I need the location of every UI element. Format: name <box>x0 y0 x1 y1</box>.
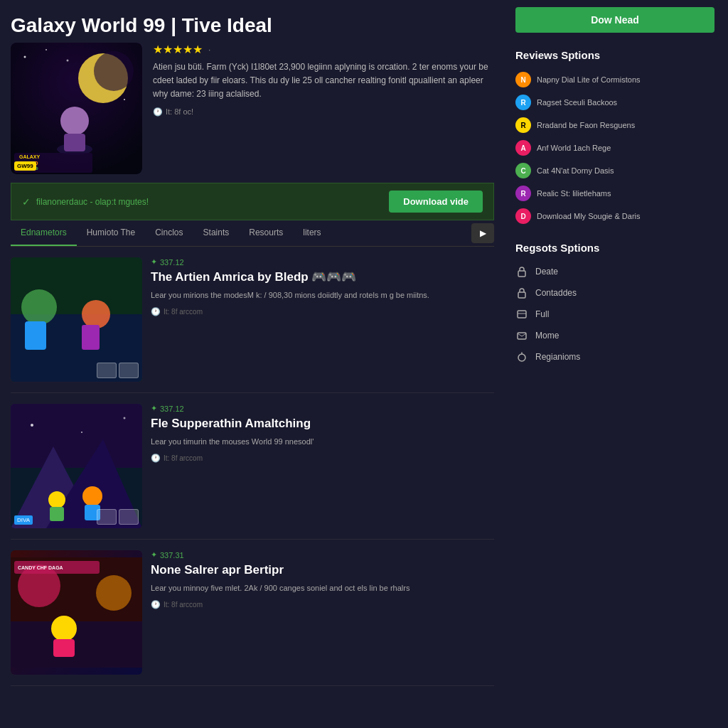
svg-point-6 <box>124 99 125 100</box>
review-item-6[interactable]: D Download Mly Sougie & Daris <box>515 205 714 228</box>
app-info-row: GALAXY WORLD Calteg 99 GW99 ★★★★★ · Atie… <box>11 43 494 174</box>
game-info-2: ✦ 337.12 Fle Supperathin Amaltching Lear… <box>151 404 494 528</box>
game-card-2: DIVA ✦ 337.12 Fle Supperathin Amaltching… <box>11 393 494 540</box>
svg-point-27 <box>48 491 65 508</box>
tab-humioto[interactable]: Humioto The <box>77 220 145 246</box>
download-status: ✓ filanonerdauc - olap:t mgutes! <box>22 196 149 208</box>
tab-resourts[interactable]: Resourts <box>239 220 293 246</box>
svg-rect-9 <box>64 134 85 151</box>
regsots-item-2[interactable]: Full <box>515 304 714 325</box>
svg-rect-40 <box>518 292 525 298</box>
clock-icon: 🕐 <box>153 107 163 117</box>
svg-point-29 <box>82 486 102 506</box>
tab-cinclos[interactable]: Cinclos <box>145 220 193 246</box>
sidebar-download-button[interactable]: Dow Nead <box>515 7 714 33</box>
svg-rect-36 <box>53 639 75 657</box>
review-avatar-5: R <box>515 186 531 201</box>
game-info-3: ✦ 337.31 None Salrer apr Bertipr Lear yo… <box>151 550 494 675</box>
regsots-label-0: Deate <box>535 267 558 277</box>
game-timestamp-2: 🕐 It: 8f arccom <box>151 454 494 463</box>
download-bar: ✓ filanonerdauc - olap:t mgutes! Downloa… <box>11 183 494 220</box>
review-text-5: Realic St: lilietlehams <box>537 188 611 198</box>
game-timestamp-3: 🕐 It: 8f arccom <box>151 600 494 609</box>
svg-rect-28 <box>50 507 64 521</box>
game-thumb-1 <box>11 257 142 382</box>
svg-point-33 <box>96 575 132 611</box>
regsots-item-0[interactable]: Deate <box>515 261 714 282</box>
app-icon: GALAXY WORLD Calteg 99 GW99 <box>11 43 142 174</box>
star-dot: · <box>208 45 210 55</box>
regsots-label-3: Mome <box>535 331 559 341</box>
review-item-1[interactable]: R Ragset Sceuli Backoos <box>515 91 714 114</box>
game-thumb-3: CANDY CHF DAGA <box>11 550 142 675</box>
review-avatar-6: D <box>515 208 531 224</box>
regsots-item-4[interactable]: Regianioms <box>515 346 714 368</box>
review-avatar-4: C <box>515 163 531 178</box>
regsots-item-1[interactable]: Contaddes <box>515 282 714 304</box>
lock-icon-1 <box>515 287 528 299</box>
review-text-1: Ragset Sceuli Backoos <box>537 97 617 107</box>
review-text-0: Napny Dial Lite of Cormistons <box>537 75 641 85</box>
svg-point-26 <box>81 432 82 433</box>
svg-point-25 <box>124 417 126 419</box>
review-item-2[interactable]: R Rradand be Faon Resguens <box>515 114 714 136</box>
game-rating-3: ✦ 337.31 <box>151 550 494 560</box>
review-item-0[interactable]: N Napny Dial Lite of Cormistons <box>515 68 714 91</box>
tab-staints[interactable]: Staints <box>193 220 240 246</box>
page-title: Galaxy World 99 | Tive Ideal <box>11 7 494 43</box>
review-item-5[interactable]: R Realic St: lilietlehams <box>515 182 714 205</box>
svg-point-4 <box>46 49 47 50</box>
star-rating: ★★★★★ <box>153 43 203 56</box>
review-avatar-1: R <box>515 95 531 110</box>
game-desc-3: Lear you minnoy five mlet. 2Ak / 900 can… <box>151 582 494 594</box>
game-rating-1: ✦ 337.12 <box>151 257 494 267</box>
game-rating-2: ✦ 337.12 <box>151 404 494 413</box>
mini-thumb-2a <box>97 509 117 525</box>
game-thumb-img-3: CANDY CHF DAGA <box>11 550 142 675</box>
mini-thumb-1b <box>119 363 139 378</box>
tab-liters[interactable]: liters <box>293 220 331 246</box>
svg-rect-39 <box>518 271 525 277</box>
regsots-label-1: Contaddes <box>535 288 577 298</box>
review-item-3[interactable]: A Anf World 1ach Rege <box>515 136 714 159</box>
review-text-6: Download Mly Sougie & Daris <box>537 211 641 221</box>
lock-icon-0 <box>515 265 528 278</box>
svg-rect-19 <box>82 325 100 350</box>
divi-badge: DIVA <box>14 515 33 525</box>
svg-point-43 <box>518 354 525 361</box>
svg-text:CANDY CHF DAGA: CANDY CHF DAGA <box>18 565 63 570</box>
regsots-title: Regsots Sptions <box>515 242 714 254</box>
review-text-3: Anf World 1ach Rege <box>537 143 611 153</box>
reviews-title: Reviews Sptions <box>515 49 714 61</box>
download-button[interactable]: Download vide <box>389 191 483 213</box>
svg-rect-17 <box>25 321 46 350</box>
game-title-3[interactable]: None Salrer apr Bertipr <box>151 562 494 578</box>
app-badge: GW99 <box>14 161 36 171</box>
svg-point-35 <box>51 616 77 641</box>
rating-dot-3: ✦ <box>151 550 157 560</box>
regsots-item-3[interactable]: Mome <box>515 325 714 346</box>
tab-ednametors[interactable]: Ednametors <box>11 220 77 246</box>
game-card-3: CANDY CHF DAGA ✦ 337.31 None Salrer apr … <box>11 540 494 686</box>
clock-icon-1: 🕐 <box>151 307 161 316</box>
tabs-row: Ednametors Humioto The Cinclos Staints R… <box>11 220 494 247</box>
game-desc-1: Lear you mirions the modesM k: / 908,30 … <box>151 289 494 301</box>
game-desc-2: Lear you timurin the mouses World 99 nne… <box>151 436 494 448</box>
app-details: ★★★★★ · Atien jsu büti. Farm (Yck) I1l80… <box>153 43 494 174</box>
game-title-2[interactable]: Fle Supperathin Amaltching <box>151 416 494 432</box>
thumb-overlay-2 <box>97 509 139 525</box>
review-avatar-0: N <box>515 72 531 87</box>
svg-text:GALAXY: GALAXY <box>19 154 41 159</box>
mini-thumb-1a <box>97 363 117 378</box>
box-icon <box>515 308 528 321</box>
review-avatar-3: A <box>515 140 531 156</box>
game-title-1[interactable]: The Artien Amrica by Bledp 🎮🎮🎮 <box>151 269 494 285</box>
regsots-label-4: Regianioms <box>535 352 580 362</box>
game-info-1: ✦ 337.12 The Artien Amrica by Bledp 🎮🎮🎮 … <box>151 257 494 382</box>
review-item-4[interactable]: C Cat 4N'at Dorny Dasis <box>515 159 714 182</box>
svg-point-2 <box>94 51 134 91</box>
svg-point-24 <box>31 424 33 427</box>
regsots-section: Regsots Sptions Deate Contadd <box>515 242 714 368</box>
play-button[interactable]: ▶ <box>471 223 494 243</box>
game-timestamp-1: 🕐 It: 8f arccom <box>151 307 494 316</box>
